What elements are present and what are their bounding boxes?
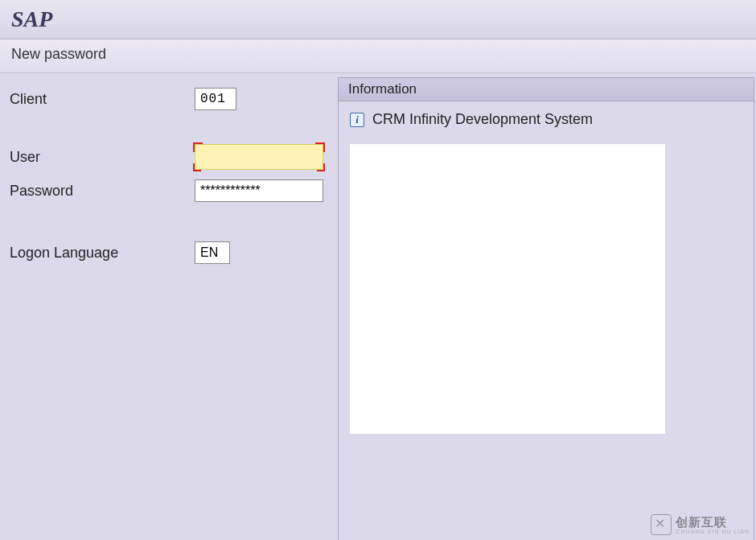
watermark-text-wrap: 创新互联 CHUANG XIN HU LIAN (676, 515, 750, 534)
language-row: Logon Language (10, 240, 328, 266)
subheader-bar: New password (0, 39, 756, 73)
watermark-brand: 创新互联 (676, 515, 727, 529)
password-row: Password (10, 178, 328, 204)
user-row: User (10, 144, 328, 170)
info-panel: Information i CRM Infinity Development S… (338, 73, 756, 533)
info-row: i CRM Infinity Development System (350, 111, 742, 128)
language-label: Logon Language (10, 245, 195, 262)
info-panel-title: Information (339, 78, 754, 101)
main-area: Client User Password Logon Language Info… (0, 73, 756, 533)
info-box: Information i CRM Infinity Development S… (338, 77, 754, 540)
user-label: User (10, 149, 195, 166)
info-body: i CRM Infinity Development System (339, 101, 754, 540)
logon-form-panel: Client User Password Logon Language (0, 73, 338, 533)
user-input[interactable] (195, 144, 323, 170)
watermark-logo-icon (651, 514, 672, 535)
watermark-sub: CHUANG XIN HU LIAN (676, 529, 750, 534)
user-input-focus-frame (195, 144, 323, 170)
focus-corner-icon (317, 163, 325, 171)
password-input[interactable] (195, 179, 323, 202)
app-title: SAP (11, 6, 745, 32)
header-bar: SAP (0, 0, 756, 39)
password-label: Password (10, 183, 195, 200)
info-icon: i (350, 113, 364, 127)
client-label: Client (10, 91, 195, 108)
page-subtitle: New password (11, 46, 106, 62)
watermark: 创新互联 CHUANG XIN HU LIAN (651, 514, 750, 535)
language-input[interactable] (195, 241, 230, 264)
system-name-text: CRM Infinity Development System (372, 111, 593, 128)
client-row: Client (10, 86, 328, 112)
info-content-area (350, 144, 665, 434)
focus-corner-icon (193, 163, 201, 171)
client-input[interactable] (195, 88, 236, 110)
